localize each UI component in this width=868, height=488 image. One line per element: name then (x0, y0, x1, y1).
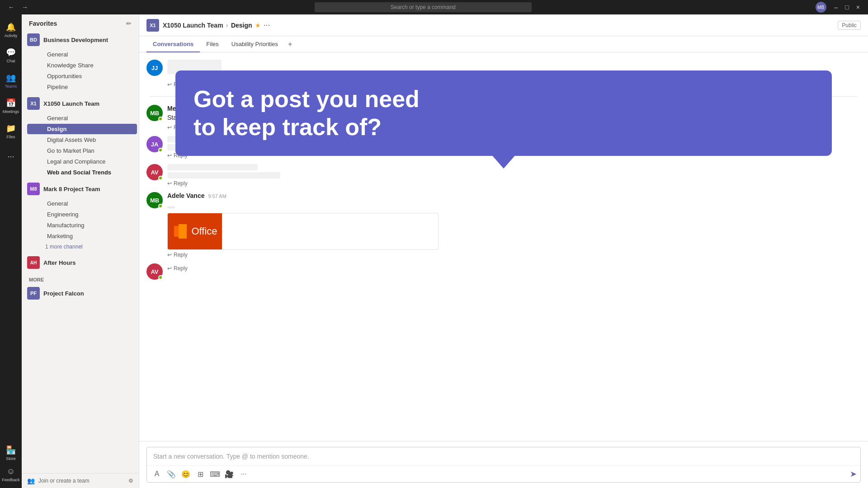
nav-item-activity[interactable]: 🔔 Activity (2, 18, 20, 42)
team-section-mark8: M8 Mark 8 Project Team ··· General Engin… (22, 180, 139, 252)
nav-label-activity: Activity (5, 33, 18, 38)
team-header-mark8[interactable]: M8 Mark 8 Project Team ··· (22, 180, 139, 198)
teams-icon: 👥 (6, 73, 16, 83)
team-section-after-hours: AH After Hours ··· (22, 253, 139, 272)
user-avatar[interactable]: MB (816, 2, 826, 13)
reply-label-msg4: Reply (174, 252, 188, 258)
channel-name: Design (231, 22, 252, 29)
search-bar[interactable]: Search or type a command (315, 2, 532, 12)
nav-item-meetings[interactable]: 📅 Meetings (2, 94, 20, 117)
store-icon: 🏪 (6, 445, 16, 455)
tab-conversations[interactable]: Conversations (146, 36, 200, 52)
channel-item-knowledge-share[interactable]: Knowledge Share (27, 60, 137, 70)
channel-item-web-social[interactable]: Web and Social Trends (27, 167, 137, 178)
team-avatar-after-hours: AH (27, 256, 40, 269)
edit-icon[interactable]: ✏ (126, 20, 132, 27)
link-preview-image: Office (168, 213, 222, 249)
channel-item-mark8-general[interactable]: General (27, 198, 137, 209)
add-tab-button[interactable]: + (284, 40, 296, 48)
message-time-msg4: 9:57 AM (208, 193, 226, 199)
thumbs-up-reaction[interactable] (167, 206, 175, 208)
nav-item-store[interactable]: 🏪 Store (2, 443, 20, 463)
team-header-business-development[interactable]: BD Business Development ··· (22, 31, 139, 49)
channel-list-x1050: General Design Digital Assets Web Go to … (22, 113, 139, 178)
sidebar-title: Favorites (29, 20, 57, 27)
message-body-msg4: Adele Vance 9:57 AM (167, 192, 861, 258)
nav-item-feedback[interactable]: ☺ Feedback (2, 465, 20, 484)
reply-button-msg3[interactable]: ↩ Reply (167, 180, 861, 187)
nav-back-button[interactable]: ← (5, 3, 17, 12)
team-section-project-falcon: PF Project Falcon ··· (22, 284, 139, 302)
sticker-tool[interactable]: ⌨ (208, 468, 221, 480)
nav-item-more[interactable]: ··· (2, 145, 20, 168)
sidebar-header: Favorites ✏ (22, 14, 139, 31)
channel-team-name: X1050 Launch Team (163, 22, 223, 29)
more-section-label: More (22, 273, 139, 284)
join-create-team[interactable]: 👥 Join or create a team ⚙ (22, 473, 139, 488)
channel-item-legal[interactable]: Legal and Compliance (27, 156, 137, 167)
reply-icon-msg3: ↩ (167, 180, 172, 187)
team-header-after-hours[interactable]: AH After Hours ··· (22, 253, 139, 272)
nav-rail: 🔔 Activity 💬 Chat 👥 Teams 📅 Meetings 📁 F… (0, 14, 22, 488)
channel-item-go-to-market[interactable]: Go to Market Plan (27, 145, 137, 156)
channel-item-digital-assets[interactable]: Digital Assets Web (27, 135, 137, 145)
maximize-button[interactable]: □ (842, 4, 851, 11)
channel-item-bd-general[interactable]: General (27, 49, 137, 60)
nav-item-chat[interactable]: 💬 Chat (2, 43, 20, 67)
more-channels-link[interactable]: 1 more channel (25, 242, 139, 252)
channel-public-badge: Public (838, 21, 861, 30)
nav-forward-button[interactable]: → (19, 3, 31, 12)
giphy-tool[interactable]: ⊞ (194, 468, 207, 480)
channel-item-pipeline[interactable]: Pipeline (27, 82, 137, 92)
channel-item-design[interactable]: Design (27, 124, 137, 134)
team-avatar-project-falcon: PF (27, 287, 40, 300)
reply-button-msg4[interactable]: ↩ Reply (167, 252, 861, 258)
message-author-msg4: Adele Vance (167, 192, 205, 199)
team-header-project-falcon[interactable]: PF Project Falcon ··· (22, 284, 139, 302)
reply-label-msg5: Reply (174, 265, 188, 272)
nav-buttons: ← → (5, 3, 31, 12)
channel-more-icon[interactable]: ··· (264, 20, 270, 30)
compose-input[interactable]: Start a new conversation. Type @ to ment… (147, 447, 860, 465)
link-preview-body (222, 213, 438, 249)
tooltip-line1: Got a post you need (193, 86, 420, 112)
channel-item-x1050-general[interactable]: General (27, 113, 137, 123)
attach-file-tool[interactable]: 📎 (165, 468, 178, 480)
meeting-tool[interactable]: 🎥 (223, 468, 236, 480)
reply-button-msg5[interactable]: ↩ Reply (167, 265, 861, 272)
tooltip-text: Got a post you need to keep track of? (193, 85, 814, 141)
channel-item-opportunities[interactable]: Opportunities (27, 71, 137, 81)
channel-item-marketing[interactable]: Marketing (27, 231, 137, 241)
nav-bottom: 🏪 Store ☺ Feedback (2, 443, 20, 488)
breadcrumb-separator: › (226, 21, 228, 29)
team-header-x1050[interactable]: X1 X1050 Launch Team ··· (22, 94, 139, 113)
more-options-tool[interactable]: ··· (237, 468, 250, 480)
nav-item-teams[interactable]: 👥 Teams (2, 69, 20, 92)
message-row-msg5: AV ↩ Reply (146, 263, 861, 280)
nav-label-chat: Chat (6, 59, 15, 63)
nav-item-files[interactable]: 📁 Files (2, 119, 20, 143)
channel-item-engineering[interactable]: Engineering (27, 209, 137, 220)
status-dot-megan-2 (158, 204, 163, 208)
tab-usability-priorities[interactable]: Usability Priorities (225, 36, 284, 52)
favorite-star-icon[interactable]: ★ (255, 22, 261, 29)
channel-breadcrumb: X1050 Launch Team › Design ★ ··· (163, 20, 834, 30)
tab-files[interactable]: Files (200, 36, 225, 52)
reply-icon-msg4: ↩ (167, 252, 172, 258)
join-icon: 👥 (27, 477, 35, 484)
send-button[interactable]: ➤ (850, 469, 857, 479)
format-text-tool[interactable]: A (151, 468, 163, 480)
channel-item-manufacturing[interactable]: Manufacturing (27, 220, 137, 230)
team-name-business-development: Business Development (43, 37, 124, 43)
close-button[interactable]: × (854, 4, 863, 11)
minimize-button[interactable]: – (832, 4, 841, 11)
channel-header: X1 X1050 Launch Team › Design ★ ··· Publ… (139, 14, 868, 36)
nav-label-files: Files (6, 135, 15, 139)
message-row-msg4: MB Adele Vance 9:57 AM (146, 192, 861, 258)
main-content: X1 X1050 Launch Team › Design ★ ··· Publ… (139, 14, 868, 488)
emoji-tool[interactable]: 😊 (179, 468, 192, 480)
files-icon: 📁 (6, 123, 16, 133)
title-bar-left: ← → (5, 3, 31, 12)
settings-icon[interactable]: ⚙ (128, 478, 133, 484)
activity-icon: 🔔 (6, 22, 16, 32)
